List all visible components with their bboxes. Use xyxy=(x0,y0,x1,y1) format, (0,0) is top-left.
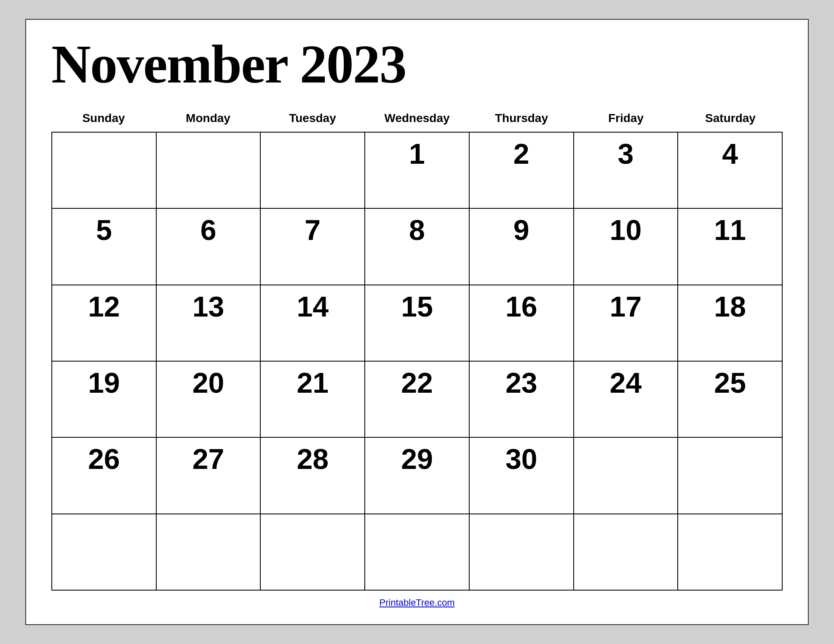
calendar-cell: 30 xyxy=(470,438,574,514)
calendar-cell: 23 xyxy=(470,362,574,438)
calendar-cell xyxy=(261,514,365,591)
day-number: 12 xyxy=(88,292,120,321)
calendar-wrapper: SundayMondayTuesdayWednesdayThursdayFrid… xyxy=(51,108,783,591)
calendar-cell xyxy=(52,514,157,591)
calendar-cell: 8 xyxy=(365,209,470,285)
day-number: 26 xyxy=(88,444,120,473)
calendar-cell: 27 xyxy=(157,438,261,514)
calendar-cell: 14 xyxy=(261,285,365,362)
calendar-cell xyxy=(678,438,783,514)
day-header-monday: Monday xyxy=(156,108,260,128)
footer-link[interactable]: PrintableTree.com xyxy=(380,597,455,608)
day-number: 18 xyxy=(714,292,746,321)
day-number: 23 xyxy=(505,368,537,397)
calendar-cell: 21 xyxy=(261,362,365,438)
calendar-cell: 6 xyxy=(157,209,261,285)
calendar-cell xyxy=(157,514,261,591)
calendar-cell: 17 xyxy=(574,285,679,362)
calendar-cell xyxy=(574,514,679,591)
calendar-cell: 10 xyxy=(574,209,679,285)
day-number: 14 xyxy=(297,292,329,321)
day-number: 29 xyxy=(401,444,433,473)
day-number: 19 xyxy=(88,368,120,397)
day-header-sunday: Sunday xyxy=(51,108,156,128)
calendar-cell: 9 xyxy=(470,209,574,285)
day-number: 25 xyxy=(714,368,746,397)
day-header-wednesday: Wednesday xyxy=(365,108,469,128)
day-header-tuesday: Tuesday xyxy=(260,108,365,128)
day-number: 22 xyxy=(401,368,433,397)
calendar-cell: 22 xyxy=(365,362,470,438)
calendar-cell: 28 xyxy=(261,438,365,514)
day-number: 3 xyxy=(618,139,634,168)
day-headers: SundayMondayTuesdayWednesdayThursdayFrid… xyxy=(51,108,783,128)
day-number: 30 xyxy=(505,444,537,473)
calendar-grid: 1234567891011121314151617181920212223242… xyxy=(51,132,783,591)
day-number: 9 xyxy=(513,216,529,244)
day-number: 7 xyxy=(305,216,321,244)
calendar-cell xyxy=(678,514,783,591)
day-number: 20 xyxy=(192,368,225,397)
calendar-cell: 18 xyxy=(678,285,783,362)
day-number: 27 xyxy=(192,444,225,473)
day-header-thursday: Thursday xyxy=(469,108,574,128)
calendar-cell: 3 xyxy=(574,133,679,209)
day-number: 5 xyxy=(96,216,112,244)
day-number: 16 xyxy=(505,292,537,321)
calendar-cell: 29 xyxy=(365,438,470,514)
calendar-cell xyxy=(52,133,157,209)
calendar-cell: 26 xyxy=(52,438,157,514)
day-number: 4 xyxy=(722,139,738,168)
calendar-cell: 11 xyxy=(678,209,783,285)
day-header-saturday: Saturday xyxy=(678,108,783,128)
calendar-cell: 5 xyxy=(52,209,157,285)
calendar-cell xyxy=(365,514,470,591)
calendar-cell: 7 xyxy=(261,209,365,285)
calendar-cell xyxy=(157,133,261,209)
day-number: 10 xyxy=(610,216,642,244)
calendar-cell: 24 xyxy=(574,362,679,438)
calendar-cell: 2 xyxy=(470,133,574,209)
day-number: 17 xyxy=(610,292,642,321)
calendar-cell xyxy=(574,438,679,514)
day-number: 6 xyxy=(200,216,217,244)
day-header-friday: Friday xyxy=(574,108,678,128)
calendar-cell: 13 xyxy=(157,285,261,362)
day-number: 1 xyxy=(409,139,425,168)
day-number: 11 xyxy=(714,216,746,244)
calendar-cell: 12 xyxy=(52,285,157,362)
calendar-title: November 2023 xyxy=(51,37,783,91)
day-number: 28 xyxy=(297,444,329,473)
calendar-cell: 19 xyxy=(52,362,157,438)
day-number: 15 xyxy=(401,292,433,321)
calendar-cell: 25 xyxy=(678,362,783,438)
day-number: 21 xyxy=(297,368,329,397)
calendar-cell: 1 xyxy=(365,133,470,209)
day-number: 13 xyxy=(192,292,225,321)
day-number: 24 xyxy=(610,368,642,397)
calendar-cell xyxy=(470,514,574,591)
calendar-cell: 16 xyxy=(470,285,574,362)
calendar-page: November 2023 SundayMondayTuesdayWednesd… xyxy=(25,19,809,625)
calendar-cell: 15 xyxy=(365,285,470,362)
footer: PrintableTree.com xyxy=(51,591,783,612)
calendar-cell: 20 xyxy=(157,362,261,438)
calendar-cell xyxy=(261,133,365,209)
day-number: 2 xyxy=(513,139,529,168)
calendar-cell: 4 xyxy=(678,133,783,209)
day-number: 8 xyxy=(409,216,425,244)
